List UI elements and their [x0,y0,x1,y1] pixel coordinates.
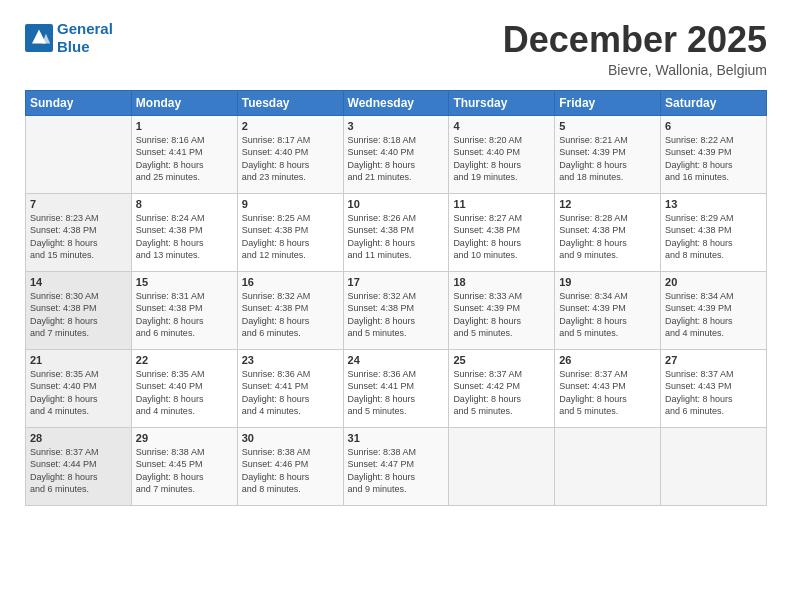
calendar-cell: 22Sunrise: 8:35 AM Sunset: 4:40 PM Dayli… [131,349,237,427]
day-number: 5 [559,120,656,132]
day-info: Sunrise: 8:32 AM Sunset: 4:38 PM Dayligh… [242,290,339,340]
calendar-cell: 17Sunrise: 8:32 AM Sunset: 4:38 PM Dayli… [343,271,449,349]
day-info: Sunrise: 8:37 AM Sunset: 4:43 PM Dayligh… [559,368,656,418]
day-info: Sunrise: 8:32 AM Sunset: 4:38 PM Dayligh… [348,290,445,340]
calendar-cell: 24Sunrise: 8:36 AM Sunset: 4:41 PM Dayli… [343,349,449,427]
calendar-cell [449,427,555,505]
day-info: Sunrise: 8:33 AM Sunset: 4:39 PM Dayligh… [453,290,550,340]
day-number: 29 [136,432,233,444]
day-number: 7 [30,198,127,210]
day-number: 28 [30,432,127,444]
page: General Blue December 2025 Bievre, Wallo… [0,0,792,612]
calendar-cell: 4Sunrise: 8:20 AM Sunset: 4:40 PM Daylig… [449,115,555,193]
day-number: 1 [136,120,233,132]
day-number: 12 [559,198,656,210]
calendar-cell [555,427,661,505]
day-number: 18 [453,276,550,288]
calendar-cell [661,427,767,505]
day-number: 10 [348,198,445,210]
day-number: 20 [665,276,762,288]
day-number: 9 [242,198,339,210]
day-info: Sunrise: 8:37 AM Sunset: 4:42 PM Dayligh… [453,368,550,418]
day-info: Sunrise: 8:30 AM Sunset: 4:38 PM Dayligh… [30,290,127,340]
day-info: Sunrise: 8:36 AM Sunset: 4:41 PM Dayligh… [242,368,339,418]
week-row-4: 21Sunrise: 8:35 AM Sunset: 4:40 PM Dayli… [26,349,767,427]
calendar-cell: 31Sunrise: 8:38 AM Sunset: 4:47 PM Dayli… [343,427,449,505]
day-info: Sunrise: 8:17 AM Sunset: 4:40 PM Dayligh… [242,134,339,184]
day-info: Sunrise: 8:27 AM Sunset: 4:38 PM Dayligh… [453,212,550,262]
day-number: 21 [30,354,127,366]
day-number: 2 [242,120,339,132]
day-info: Sunrise: 8:16 AM Sunset: 4:41 PM Dayligh… [136,134,233,184]
day-number: 4 [453,120,550,132]
calendar-cell: 3Sunrise: 8:18 AM Sunset: 4:40 PM Daylig… [343,115,449,193]
week-row-1: 1Sunrise: 8:16 AM Sunset: 4:41 PM Daylig… [26,115,767,193]
calendar-cell: 11Sunrise: 8:27 AM Sunset: 4:38 PM Dayli… [449,193,555,271]
calendar-cell: 25Sunrise: 8:37 AM Sunset: 4:42 PM Dayli… [449,349,555,427]
calendar-cell: 16Sunrise: 8:32 AM Sunset: 4:38 PM Dayli… [237,271,343,349]
day-info: Sunrise: 8:21 AM Sunset: 4:39 PM Dayligh… [559,134,656,184]
weekday-wednesday: Wednesday [343,90,449,115]
calendar-cell: 30Sunrise: 8:38 AM Sunset: 4:46 PM Dayli… [237,427,343,505]
calendar-cell [26,115,132,193]
week-row-3: 14Sunrise: 8:30 AM Sunset: 4:38 PM Dayli… [26,271,767,349]
calendar-cell: 14Sunrise: 8:30 AM Sunset: 4:38 PM Dayli… [26,271,132,349]
calendar-cell: 12Sunrise: 8:28 AM Sunset: 4:38 PM Dayli… [555,193,661,271]
calendar-cell: 1Sunrise: 8:16 AM Sunset: 4:41 PM Daylig… [131,115,237,193]
day-info: Sunrise: 8:37 AM Sunset: 4:43 PM Dayligh… [665,368,762,418]
calendar-cell: 13Sunrise: 8:29 AM Sunset: 4:38 PM Dayli… [661,193,767,271]
weekday-saturday: Saturday [661,90,767,115]
day-info: Sunrise: 8:22 AM Sunset: 4:39 PM Dayligh… [665,134,762,184]
calendar-cell: 6Sunrise: 8:22 AM Sunset: 4:39 PM Daylig… [661,115,767,193]
calendar-cell: 7Sunrise: 8:23 AM Sunset: 4:38 PM Daylig… [26,193,132,271]
calendar-cell: 27Sunrise: 8:37 AM Sunset: 4:43 PM Dayli… [661,349,767,427]
day-info: Sunrise: 8:34 AM Sunset: 4:39 PM Dayligh… [665,290,762,340]
calendar-cell: 9Sunrise: 8:25 AM Sunset: 4:38 PM Daylig… [237,193,343,271]
day-info: Sunrise: 8:35 AM Sunset: 4:40 PM Dayligh… [136,368,233,418]
day-number: 30 [242,432,339,444]
weekday-thursday: Thursday [449,90,555,115]
day-info: Sunrise: 8:38 AM Sunset: 4:47 PM Dayligh… [348,446,445,496]
month-title: December 2025 [503,20,767,60]
day-number: 23 [242,354,339,366]
calendar-table: SundayMondayTuesdayWednesdayThursdayFrid… [25,90,767,506]
day-number: 3 [348,120,445,132]
day-info: Sunrise: 8:34 AM Sunset: 4:39 PM Dayligh… [559,290,656,340]
weekday-monday: Monday [131,90,237,115]
day-number: 17 [348,276,445,288]
day-info: Sunrise: 8:37 AM Sunset: 4:44 PM Dayligh… [30,446,127,496]
day-number: 19 [559,276,656,288]
weekday-sunday: Sunday [26,90,132,115]
day-number: 13 [665,198,762,210]
day-info: Sunrise: 8:29 AM Sunset: 4:38 PM Dayligh… [665,212,762,262]
day-info: Sunrise: 8:18 AM Sunset: 4:40 PM Dayligh… [348,134,445,184]
week-row-5: 28Sunrise: 8:37 AM Sunset: 4:44 PM Dayli… [26,427,767,505]
calendar-cell: 2Sunrise: 8:17 AM Sunset: 4:40 PM Daylig… [237,115,343,193]
day-info: Sunrise: 8:26 AM Sunset: 4:38 PM Dayligh… [348,212,445,262]
day-info: Sunrise: 8:25 AM Sunset: 4:38 PM Dayligh… [242,212,339,262]
day-info: Sunrise: 8:35 AM Sunset: 4:40 PM Dayligh… [30,368,127,418]
day-info: Sunrise: 8:38 AM Sunset: 4:45 PM Dayligh… [136,446,233,496]
day-number: 31 [348,432,445,444]
calendar-cell: 15Sunrise: 8:31 AM Sunset: 4:38 PM Dayli… [131,271,237,349]
week-row-2: 7Sunrise: 8:23 AM Sunset: 4:38 PM Daylig… [26,193,767,271]
day-info: Sunrise: 8:23 AM Sunset: 4:38 PM Dayligh… [30,212,127,262]
weekday-tuesday: Tuesday [237,90,343,115]
day-number: 26 [559,354,656,366]
day-info: Sunrise: 8:20 AM Sunset: 4:40 PM Dayligh… [453,134,550,184]
calendar-cell: 5Sunrise: 8:21 AM Sunset: 4:39 PM Daylig… [555,115,661,193]
calendar-cell: 28Sunrise: 8:37 AM Sunset: 4:44 PM Dayli… [26,427,132,505]
calendar-cell: 20Sunrise: 8:34 AM Sunset: 4:39 PM Dayli… [661,271,767,349]
location: Bievre, Wallonia, Belgium [503,62,767,78]
logo-text: General Blue [57,20,113,56]
day-number: 16 [242,276,339,288]
calendar-cell: 10Sunrise: 8:26 AM Sunset: 4:38 PM Dayli… [343,193,449,271]
weekday-friday: Friday [555,90,661,115]
day-info: Sunrise: 8:36 AM Sunset: 4:41 PM Dayligh… [348,368,445,418]
day-info: Sunrise: 8:38 AM Sunset: 4:46 PM Dayligh… [242,446,339,496]
logo: General Blue [25,20,113,56]
day-info: Sunrise: 8:28 AM Sunset: 4:38 PM Dayligh… [559,212,656,262]
day-number: 14 [30,276,127,288]
calendar-cell: 26Sunrise: 8:37 AM Sunset: 4:43 PM Dayli… [555,349,661,427]
day-number: 22 [136,354,233,366]
